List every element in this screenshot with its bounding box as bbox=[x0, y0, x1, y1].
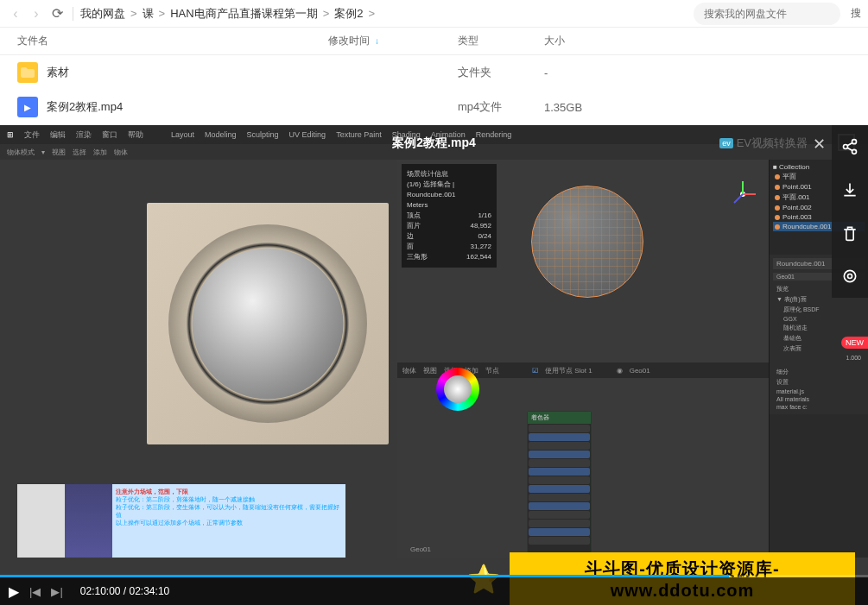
svg-point-5 bbox=[844, 145, 848, 149]
search-button[interactable]: 搜 bbox=[851, 6, 861, 21]
refresh-icon[interactable]: ⟳ bbox=[48, 5, 66, 22]
file-size: 1.35GB bbox=[544, 101, 868, 114]
material-label: Geo01 bbox=[410, 545, 431, 553]
svg-point-4 bbox=[852, 140, 857, 144]
breadcrumb-item[interactable]: 案例2 bbox=[334, 6, 363, 22]
col-size-header[interactable]: 大小 bbox=[544, 34, 868, 48]
svg-line-8 bbox=[847, 148, 852, 150]
file-list-header: 文件名 修改时间 ↓ 类型 大小 bbox=[0, 28, 868, 55]
menu-item: 编辑 bbox=[50, 129, 66, 141]
col-type-header[interactable]: 类型 bbox=[458, 34, 544, 48]
svg-line-3 bbox=[734, 194, 743, 203]
thumb-frame bbox=[17, 484, 65, 558]
menu-item: 渲染 bbox=[76, 129, 92, 141]
file-type: 文件夹 bbox=[458, 65, 544, 80]
player-controls: ▶ |◀ ▶| 02:10:00 / 02:34:10 bbox=[0, 577, 868, 605]
color-wheel-center bbox=[444, 375, 472, 403]
wireframe-overlay bbox=[532, 186, 643, 297]
svg-point-9 bbox=[844, 270, 855, 281]
svg-point-6 bbox=[852, 149, 857, 154]
nav-back-icon[interactable]: ‹ bbox=[7, 5, 24, 22]
tab-item: Layout bbox=[171, 130, 194, 139]
menu-item: 窗口 bbox=[102, 129, 117, 141]
file-name: 案例2教程.mp4 bbox=[47, 99, 328, 115]
breadcrumb-item[interactable]: 课 bbox=[143, 6, 154, 22]
viewport-panel: 场景统计信息 (1/6) 选择集合 | Roundcube.001 Meters… bbox=[397, 160, 769, 558]
thumb-frame bbox=[65, 484, 112, 558]
svg-line-7 bbox=[847, 142, 852, 145]
breadcrumb-item[interactable]: 我的网盘 bbox=[80, 6, 125, 22]
nav-forward-icon[interactable]: › bbox=[28, 5, 45, 22]
tab-item: Sculpting bbox=[247, 130, 279, 139]
ev-watermark-text: EV视频转换器 bbox=[737, 135, 808, 151]
top-toolbar: ‹ › ⟳ 我的网盘 > 课 > HAN电商产品直播课程第一期 > 案例2 > … bbox=[0, 0, 868, 28]
viewport-3d bbox=[475, 177, 717, 419]
video-file-icon: ▶ bbox=[17, 97, 38, 117]
ring-render bbox=[168, 224, 367, 423]
divider bbox=[73, 7, 73, 21]
col-time-label: 修改时间 bbox=[328, 34, 370, 48]
video-title: 案例2教程.mp4 bbox=[392, 135, 475, 151]
side-actions bbox=[832, 125, 868, 298]
file-name: 素材 bbox=[47, 65, 328, 80]
sphere-object bbox=[531, 186, 643, 298]
file-row-folder[interactable]: 素材 文件夹 - bbox=[0, 55, 868, 90]
color-wheel bbox=[436, 368, 479, 411]
breadcrumb: 我的网盘 > 课 > HAN电商产品直播课程第一期 > 案例2 > bbox=[80, 6, 690, 22]
thumb-notes: 注意外力场域，范围，下限 粒子优化：第二阶段，剪落落地时，随一个减速接触 粒子优… bbox=[112, 484, 345, 558]
prev-button-icon[interactable]: |◀ bbox=[29, 585, 41, 598]
time-display: 02:10:00 / 02:34:10 bbox=[80, 585, 169, 597]
sort-arrow-icon: ↓ bbox=[375, 36, 379, 46]
ev-icon: ev bbox=[719, 138, 733, 148]
close-icon[interactable]: ✕ bbox=[808, 134, 829, 154]
video-player: 案例2教程.mp4 ev EV视频转换器 ✕ ⊞ 文件 编辑 渲染 窗口 帮助 … bbox=[0, 125, 868, 605]
total-time: 02:34:10 bbox=[130, 585, 170, 597]
new-badge: NEW bbox=[841, 337, 868, 349]
tab-item: Texture Paint bbox=[336, 130, 382, 139]
node-header: 着色器 bbox=[528, 412, 591, 424]
menu-item: 帮助 bbox=[128, 129, 143, 141]
tab-item: Rendering bbox=[476, 130, 512, 139]
folder-icon bbox=[17, 62, 38, 83]
current-time: 02:10:00 bbox=[80, 585, 121, 597]
delete-icon[interactable] bbox=[832, 211, 868, 255]
render-preview bbox=[147, 203, 389, 444]
ring-inner bbox=[193, 249, 344, 400]
tab-item: UV Editing bbox=[289, 130, 326, 139]
col-time-header[interactable]: 修改时间 ↓ bbox=[328, 34, 458, 48]
ev-watermark: ev EV视频转换器 bbox=[719, 135, 808, 151]
svg-point-10 bbox=[848, 274, 852, 279]
col-name-header[interactable]: 文件名 bbox=[0, 34, 328, 48]
file-size: - bbox=[544, 66, 868, 79]
play-button-icon[interactable]: ▶ bbox=[9, 583, 19, 600]
share-icon[interactable] bbox=[832, 125, 868, 168]
video-thumbnail-preview: 注意外力场域，范围，下限 粒子优化：第二阶段，剪落落地时，随一个减速接触 粒子优… bbox=[17, 484, 345, 558]
breadcrumb-sep-icon: > bbox=[159, 7, 166, 20]
file-row-video[interactable]: ▶ 案例2教程.mp4 mp4文件 1.35GB bbox=[0, 90, 868, 124]
menu-item: 文件 bbox=[24, 129, 40, 141]
breadcrumb-sep-icon: > bbox=[368, 7, 375, 20]
tab-item: Modeling bbox=[205, 130, 237, 139]
file-type: mp4文件 bbox=[458, 99, 544, 115]
download-icon[interactable] bbox=[832, 168, 868, 211]
axis-gizmo-icon bbox=[725, 177, 760, 211]
search-input[interactable] bbox=[694, 3, 840, 25]
breadcrumb-sep-icon: > bbox=[130, 7, 137, 20]
settings-icon[interactable] bbox=[832, 255, 868, 298]
next-button-icon[interactable]: ▶| bbox=[51, 585, 62, 598]
shader-node: 着色器 bbox=[527, 411, 592, 553]
breadcrumb-sep-icon: > bbox=[323, 7, 330, 20]
breadcrumb-item[interactable]: HAN电商产品直播课程第一期 bbox=[170, 6, 317, 22]
